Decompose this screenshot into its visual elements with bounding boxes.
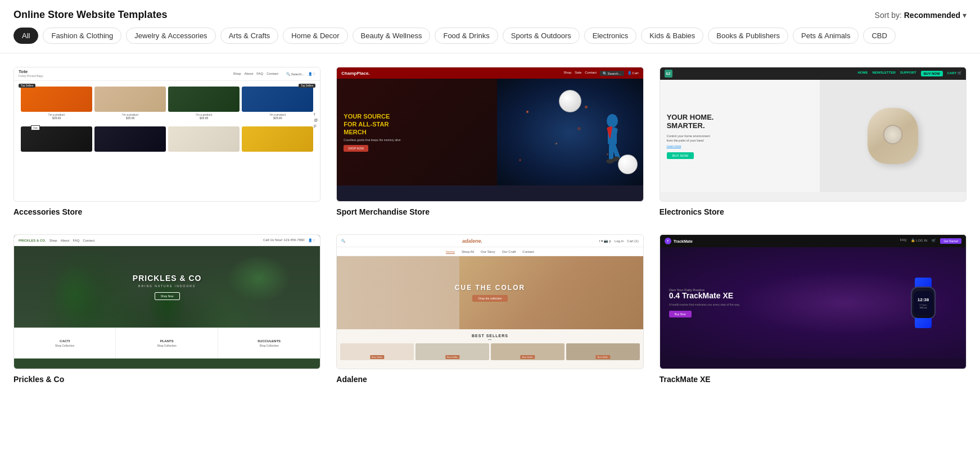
trackmate-hero: Own Your Daily Routine 0.4 TrackMate XE … <box>660 247 966 358</box>
accessories-thumbnail: Tote Funky Printed Bags ShopAboutFAQCont… <box>13 67 320 202</box>
adalene-thumbnail: 🔍 adalene. f ♥ 📷 𝕡 Log in Cart (1) Home … <box>336 234 643 369</box>
template-card-adalene[interactable]: 🔍 adalene. f ♥ 📷 𝕡 Log in Cart (1) Home … <box>336 234 643 384</box>
electronics-thumbnail: EZ HOMENEWSLETTERSUPPORT BUY NOW CART 🛒 … <box>660 67 967 202</box>
sport-store-name: Sport Merchandise Store <box>336 207 643 216</box>
sport-heading: YOUR SOURCEFOR ALL-STARMERCH <box>344 112 490 137</box>
filter-arts-crafts[interactable]: Arts & Crafts <box>220 28 279 44</box>
prickles-title: PRICKLES & CO <box>133 274 202 283</box>
filter-books-publishers[interactable]: Books & Publishers <box>708 28 788 44</box>
filter-bar: All Fashion & Clothing Jewelry & Accesso… <box>0 28 980 53</box>
filter-home-decor[interactable]: Home & Decor <box>283 28 347 44</box>
prickles-store-name: Prickles & Co <box>13 375 320 384</box>
sport-sub: Countless goods that keeps the memory al… <box>344 138 490 142</box>
trackmate-buy-btn: Buy Now <box>669 311 692 317</box>
template-card-prickles[interactable]: PRICKLES & CO. ShopAboutFAQContact Call … <box>13 234 320 384</box>
svg-point-0 <box>607 114 618 128</box>
sport-btn: SHOP NOW <box>344 145 368 152</box>
filter-pets-animals[interactable]: Pets & Animals <box>793 28 859 44</box>
accessories-products-row2 <box>17 123 317 155</box>
template-card-sport[interactable]: ChampPlace. ShopSaleContact 🔍 Search... … <box>336 67 643 216</box>
sport-thumbnail: ChampPlace. ShopSaleContact 🔍 Search... … <box>336 67 643 202</box>
prickles-shop-btn: Shop Now <box>155 292 180 300</box>
adalene-cue-text: CUE THE COLOR <box>455 284 525 292</box>
electronics-body: Control your home environmentfrom the pa… <box>667 134 813 143</box>
sort-by-value: Recommended <box>904 11 960 20</box>
sort-chevron-icon: ▾ <box>963 11 967 20</box>
filter-kids-babies[interactable]: Kids & Babies <box>641 28 703 44</box>
page-header: Online Store Website Templates Sort by: … <box>0 0 980 28</box>
trackmate-heading: 0.4 TrackMate XE <box>669 292 880 300</box>
adalene-hero: CUE THE COLOR Shop the collection <box>337 256 643 329</box>
adalene-products: Best Seller Best Seller Best Seller Best… <box>337 343 643 360</box>
electronics-nav: EZ HOMENEWSLETTERSUPPORT BUY NOW CART 🛒 <box>660 67 966 80</box>
filter-fashion-clothing[interactable]: Fashion & Clothing <box>43 28 121 44</box>
sport-nav: ChampPlace. ShopSaleContact 🔍 Search... … <box>337 67 643 79</box>
template-card-trackmate[interactable]: T TrackMate FAQ 🔒 LOG IN 🛒 Get Started O… <box>660 234 967 384</box>
adalene-logo: adalene. <box>462 238 482 244</box>
accessories-store-name: Accessories Store <box>13 207 320 216</box>
sort-by-control[interactable]: Sort by: Recommended ▾ <box>875 11 967 20</box>
adalene-nav: 🔍 adalene. f ♥ 📷 𝕡 Log in Cart (1) <box>337 235 643 247</box>
electronics-heading: YOUR HOME.SMARTER. <box>667 113 813 130</box>
adalene-cue-btn: Shop the collection <box>472 295 507 302</box>
adalene-section-title: BEST SELLERS— <box>337 329 643 343</box>
accessories-products-row1: I'm a product $15.00 I'm a product $15.0… <box>17 83 317 123</box>
prickles-thumbnail: PRICKLES & CO. ShopAboutFAQContact Call … <box>13 234 320 369</box>
filter-electronics[interactable]: Electronics <box>584 28 637 44</box>
template-card-electronics[interactable]: EZ HOMENEWSLETTERSUPPORT BUY NOW CART 🛒 … <box>660 67 967 216</box>
filter-cbd[interactable]: CBD <box>863 28 895 44</box>
electronics-btn: BUY NOW <box>667 152 694 159</box>
template-card-accessories[interactable]: Tote Funky Printed Bags ShopAboutFAQCont… <box>13 67 320 216</box>
prickles-categories: CACTI Shop Collection PLANTS Shop Collec… <box>14 328 320 358</box>
prickles-nav: PRICKLES & CO. ShopAboutFAQContact Call … <box>14 235 320 246</box>
page-title: Online Store Website Templates <box>13 9 167 21</box>
trackmate-image: 12:38 57 bpm 394 cal <box>889 278 957 328</box>
filter-all[interactable]: All <box>13 28 38 44</box>
trackmate-thumbnail: T TrackMate FAQ 🔒 LOG IN 🛒 Get Started O… <box>660 234 967 369</box>
filter-sports-outdoors[interactable]: Sports & Outdoors <box>503 28 580 44</box>
adalene-store-name: Adalene <box>336 375 643 384</box>
electronics-store-name: Electronics Store <box>660 207 967 216</box>
electronics-learn-more[interactable]: Learn more <box>667 144 813 148</box>
filter-beauty-wellness[interactable]: Beauty & Wellness <box>353 28 431 44</box>
trackmate-body: A health tracker that motivates you ever… <box>669 303 880 306</box>
sort-by-label: Sort by: <box>875 11 902 20</box>
trackmate-store-name: TrackMate XE <box>660 375 967 384</box>
filter-food-drinks[interactable]: Food & Drinks <box>435 28 498 44</box>
prickles-hero: PRICKLES & CO BRING NATURE INDOORS Shop … <box>14 246 320 328</box>
trackmate-nav: T TrackMate FAQ 🔒 LOG IN 🛒 Get Started <box>660 235 966 247</box>
filter-jewelry-accessories[interactable]: Jewelry & Accessories <box>126 28 215 44</box>
prickles-sub: BRING NATURE INDOORS <box>138 284 196 288</box>
template-grid: Tote Funky Printed Bags ShopAboutFAQCont… <box>0 53 980 406</box>
